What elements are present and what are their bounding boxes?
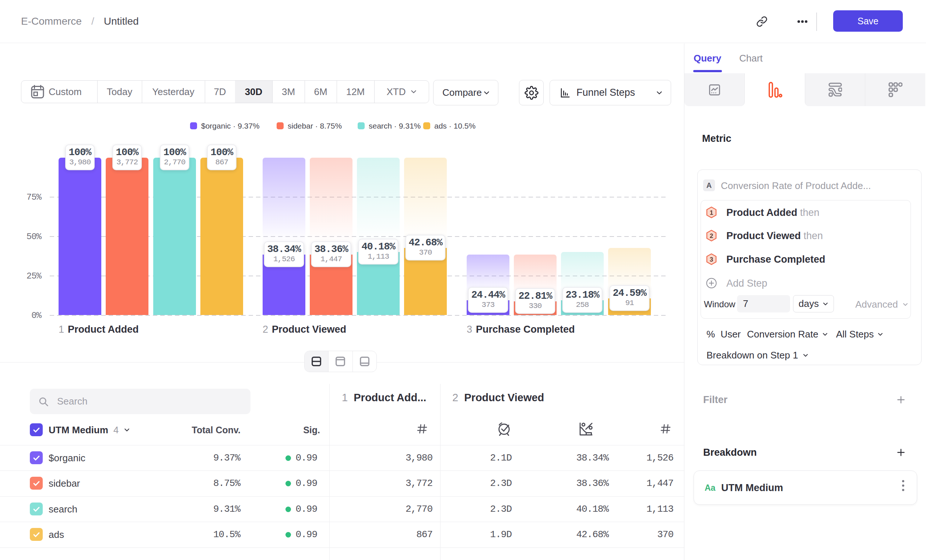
svg-text:2: 2 [710, 233, 713, 239]
svg-text:1: 1 [710, 209, 713, 216]
svg-text:3: 3 [710, 256, 713, 263]
